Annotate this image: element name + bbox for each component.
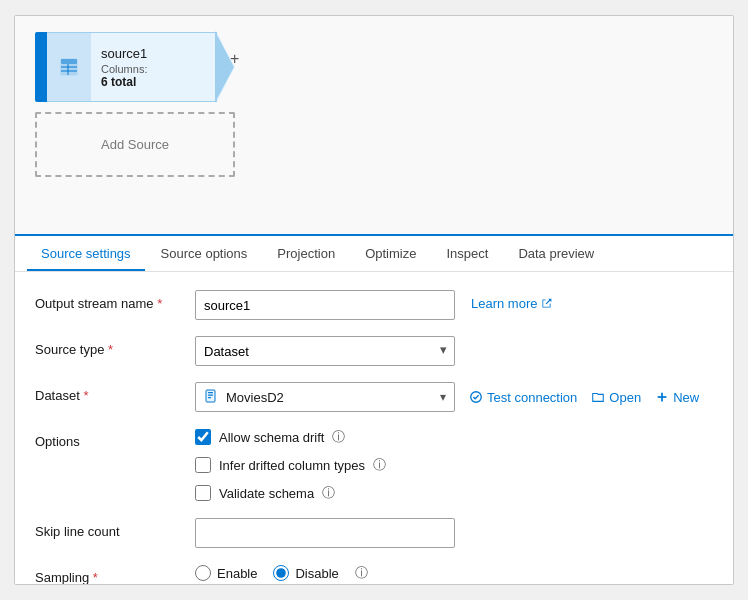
options-row: Options Allow schema drift ⓘ Infer drift… xyxy=(35,428,713,502)
infer-drifted-checkbox[interactable] xyxy=(195,457,211,473)
sampling-control: Enable Disable ⓘ xyxy=(195,564,368,582)
sampling-row: Sampling * Enable Disable ⓘ xyxy=(35,564,713,584)
infer-drifted-info-icon[interactable]: ⓘ xyxy=(373,456,386,474)
learn-more-link[interactable]: Learn more xyxy=(471,290,553,311)
dataset-control: MoviesD2 ▾ Test connection xyxy=(195,382,699,412)
open-button[interactable]: Open xyxy=(591,390,641,405)
allow-schema-drift-checkbox[interactable] xyxy=(195,429,211,445)
validate-schema-info-icon[interactable]: ⓘ xyxy=(322,484,335,502)
output-stream-row: Output stream name * Learn more xyxy=(35,290,713,320)
svg-rect-5 xyxy=(206,390,215,402)
tabs-bar: Source settings Source options Projectio… xyxy=(15,236,733,272)
allow-schema-drift-label: Allow schema drift xyxy=(219,430,324,445)
source-type-control: Dataset Inline xyxy=(195,336,455,366)
skip-line-count-control xyxy=(195,518,455,548)
new-icon xyxy=(655,390,669,404)
source-type-label: Source type * xyxy=(35,336,195,357)
test-connection-button[interactable]: Test connection xyxy=(469,390,577,405)
sampling-disable-radio[interactable] xyxy=(273,565,289,581)
tab-optimize[interactable]: Optimize xyxy=(351,238,430,271)
dataset-file-icon xyxy=(204,389,220,405)
svg-rect-8 xyxy=(208,397,211,398)
sampling-enable-radio[interactable] xyxy=(195,565,211,581)
output-stream-control xyxy=(195,290,455,320)
allow-schema-drift-info-icon[interactable]: ⓘ xyxy=(332,428,345,446)
skip-line-count-row: Skip line count xyxy=(35,518,713,548)
output-stream-input[interactable] xyxy=(195,290,455,320)
open-icon xyxy=(591,390,605,404)
validate-schema-row: Validate schema ⓘ xyxy=(195,484,386,502)
dataset-dropdown[interactable]: MoviesD2 ▾ xyxy=(195,382,455,412)
test-connection-icon xyxy=(469,390,483,404)
external-link-icon xyxy=(540,297,553,310)
table-icon xyxy=(59,57,79,77)
output-stream-label: Output stream name * xyxy=(35,290,195,311)
node-subtitle: Columns: 6 total xyxy=(101,63,206,89)
options-control: Allow schema drift ⓘ Infer drifted colum… xyxy=(195,428,386,502)
dataset-chevron-icon: ▾ xyxy=(440,390,446,404)
sampling-label: Sampling * xyxy=(35,564,195,584)
columns-label: Columns: xyxy=(101,63,147,75)
source-type-row: Source type * Dataset Inline xyxy=(35,336,713,366)
node-icon-area xyxy=(47,32,91,102)
sampling-disable-option[interactable]: Disable xyxy=(273,565,338,581)
tab-inspect[interactable]: Inspect xyxy=(432,238,502,271)
validate-schema-checkbox[interactable] xyxy=(195,485,211,501)
dataset-actions: Test connection Open New xyxy=(469,390,699,405)
source-node[interactable]: source1 Columns: 6 total xyxy=(35,32,235,102)
add-source-box[interactable]: Add Source xyxy=(35,112,235,177)
source-type-select[interactable]: Dataset Inline xyxy=(195,336,455,366)
sampling-enable-option[interactable]: Enable xyxy=(195,565,257,581)
dataset-label: Dataset * xyxy=(35,382,195,403)
main-window: source1 Columns: 6 total + Add Source So… xyxy=(14,15,734,585)
skip-line-count-label: Skip line count xyxy=(35,518,195,539)
allow-schema-drift-row: Allow schema drift ⓘ xyxy=(195,428,386,446)
node-body: source1 Columns: 6 total xyxy=(91,32,217,102)
infer-drifted-row: Infer drifted column types ⓘ xyxy=(195,456,386,474)
svg-rect-7 xyxy=(208,395,213,396)
node-left-bar xyxy=(35,32,47,102)
dataset-name: MoviesD2 xyxy=(226,390,440,405)
add-node-plus[interactable]: + xyxy=(230,50,239,68)
skip-line-count-input[interactable] xyxy=(195,518,455,548)
validate-schema-label: Validate schema xyxy=(219,486,314,501)
tab-data-preview[interactable]: Data preview xyxy=(504,238,608,271)
tab-projection[interactable]: Projection xyxy=(263,238,349,271)
infer-drifted-label: Infer drifted column types xyxy=(219,458,365,473)
svg-rect-1 xyxy=(61,59,77,64)
tab-source-settings[interactable]: Source settings xyxy=(27,238,145,271)
svg-rect-6 xyxy=(208,392,213,393)
settings-panel: Output stream name * Learn more Source t… xyxy=(15,272,733,584)
sampling-info-icon[interactable]: ⓘ xyxy=(355,564,368,582)
columns-value: 6 total xyxy=(101,75,136,89)
add-source-label: Add Source xyxy=(101,137,169,152)
canvas-area: source1 Columns: 6 total + Add Source xyxy=(15,16,733,236)
node-title: source1 xyxy=(101,46,206,61)
tab-source-options[interactable]: Source options xyxy=(147,238,262,271)
dataset-row: Dataset * MoviesD2 ▾ xyxy=(35,382,713,412)
options-label: Options xyxy=(35,428,195,449)
new-button[interactable]: New xyxy=(655,390,699,405)
